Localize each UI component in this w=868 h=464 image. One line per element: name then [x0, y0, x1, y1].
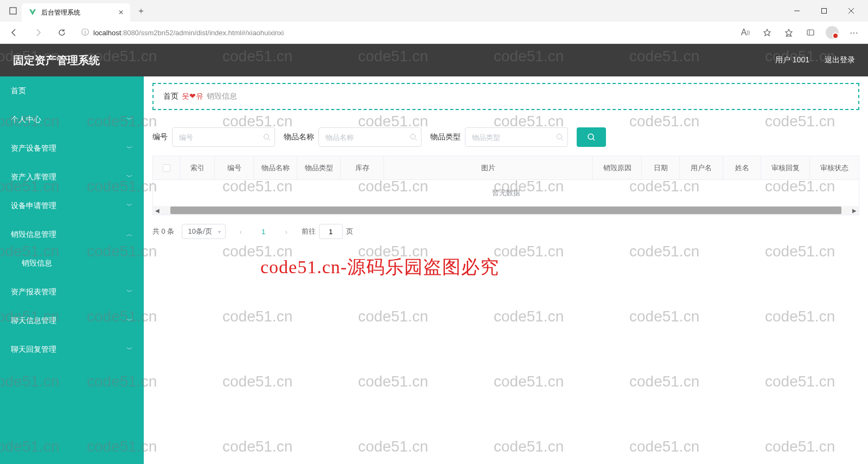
svg-point-12 [557, 134, 562, 139]
sidebar-item-4[interactable]: 设备申请管理﹀ [0, 191, 144, 220]
table-header-row: 索引 编号 物品名称 物品类型 库存 图片 销毁原因 日期 用户名 姓名 审核回… [153, 156, 859, 180]
scroll-right-icon[interactable]: ▶ [850, 208, 859, 214]
logout-link[interactable]: 退出登录 [825, 55, 855, 65]
sidebar-item-label: 聊天回复管理 [11, 345, 56, 355]
tab-title: 后台管理系统 [41, 8, 80, 17]
sidebar-item-1[interactable]: 个人中心﹀ [0, 105, 144, 134]
app-root: 固定资产管理系统 用户 1001 退出登录 首页个人中心﹀资产设备管理﹀资产入库… [0, 44, 868, 464]
chevron-down-icon: ﹀ [126, 201, 133, 210]
data-table: 索引 编号 物品名称 物品类型 库存 图片 销毁原因 日期 用户名 姓名 审核回… [152, 156, 859, 215]
svg-point-14 [588, 134, 593, 139]
svg-rect-6 [807, 30, 814, 35]
filter-name-label: 物品名称 [284, 132, 314, 142]
col-type: 物品类型 [297, 156, 341, 179]
url-input[interactable]: ⓘ localhost:8080/ssm2bn52/admin/dist/ind… [76, 24, 727, 41]
chevron-down-icon: ﹀ [126, 287, 133, 297]
pagination-total: 共 0 条 [152, 227, 174, 236]
sidebar-item-7[interactable]: 资产报表管理﹀ [0, 278, 144, 306]
browser-chrome: 后台管理系统 ✕ ＋ ⓘ localhost [0, 0, 868, 44]
sidebar-item-label: 设备申请管理 [11, 201, 56, 211]
col-audit-status: 审核状态 [810, 156, 859, 179]
svg-line-9 [269, 139, 270, 140]
page-prev-button[interactable]: ‹ [233, 224, 248, 239]
chevron-down-icon: ﹀ [126, 144, 133, 153]
app-title: 固定资产管理系统 [13, 53, 100, 68]
current-user-label[interactable]: 用户 1001 [775, 55, 809, 65]
page-number-current[interactable]: 1 [256, 224, 271, 239]
breadcrumb-current: 销毁信息 [207, 92, 237, 101]
nav-back-button[interactable] [4, 23, 24, 42]
sidebar-item-label: 聊天信息管理 [11, 316, 56, 326]
sidebar-item-6[interactable]: 销毁信息 [0, 249, 144, 278]
sidebar-item-label: 销毁信息 [22, 259, 52, 268]
app-header: 固定资产管理系统 用户 1001 退出登录 [0, 44, 868, 76]
breadcrumb-decoration: 웃❤유 [182, 92, 203, 101]
svg-line-13 [561, 139, 563, 140]
col-date: 日期 [642, 156, 680, 179]
svg-rect-0 [10, 8, 16, 14]
tab-list-button[interactable] [4, 2, 22, 20]
favorites-bar-icon[interactable] [779, 23, 799, 42]
filter-type-input[interactable] [465, 127, 568, 147]
svg-point-10 [411, 134, 416, 139]
address-bar: ⓘ localhost:8080/ssm2bn52/admin/dist/ind… [0, 22, 868, 43]
more-menu-icon[interactable]: ⋯ [844, 23, 864, 42]
scroll-left-icon[interactable]: ◀ [153, 208, 162, 214]
col-realname: 姓名 [723, 156, 761, 179]
sidebar-item-3[interactable]: 资产入库管理﹀ [0, 163, 144, 191]
vue-favicon-icon [28, 8, 37, 17]
page-jump-input[interactable] [319, 224, 343, 239]
sidebar-item-9[interactable]: 聊天回复管理﹀ [0, 335, 144, 364]
page-size-select[interactable]: 10条/页 [182, 224, 225, 239]
filter-code-label: 编号 [152, 132, 168, 142]
url-text: localhost:8080/ssm2bn52/admin/dist/index… [93, 29, 284, 37]
table-empty-text: 暂无数据 [153, 180, 859, 206]
sidebar-item-label: 首页 [11, 86, 26, 96]
breadcrumb-home[interactable]: 首页 [163, 92, 178, 101]
read-aloud-icon[interactable]: A)) [736, 23, 755, 42]
filter-code-input[interactable] [172, 127, 275, 147]
page-next-button[interactable]: › [279, 224, 294, 239]
main-content: 首页 웃❤유 销毁信息 编号 [144, 76, 868, 464]
table-horizontal-scrollbar[interactable]: ◀ ▶ [153, 206, 859, 215]
page-jump-prefix: 前往 [302, 227, 316, 236]
window-close-button[interactable] [839, 2, 864, 20]
col-code: 编号 [215, 156, 254, 179]
col-index: 索引 [180, 156, 215, 179]
filter-type-label: 物品类型 [430, 132, 461, 142]
sidebar-item-5[interactable]: 销毁信息管理︿ [0, 220, 144, 249]
nav-refresh-button[interactable] [52, 23, 72, 42]
browser-tab[interactable]: 后台管理系统 ✕ [22, 3, 130, 22]
sidebar-item-label: 销毁信息管理 [11, 230, 56, 240]
browser-tab-bar: 后台管理系统 ✕ ＋ [0, 0, 868, 22]
new-tab-button[interactable]: ＋ [133, 3, 149, 18]
sidebar-item-2[interactable]: 资产设备管理﹀ [0, 134, 144, 163]
sidebar-item-8[interactable]: 聊天信息管理﹀ [0, 306, 144, 335]
nav-forward-button[interactable] [28, 23, 48, 42]
page-jump-suffix: 页 [346, 227, 353, 236]
window-maximize-button[interactable] [812, 2, 837, 20]
svg-line-11 [415, 139, 417, 140]
sidebar-item-0[interactable]: 首页 [0, 76, 144, 105]
tab-close-icon[interactable]: ✕ [118, 9, 124, 16]
svg-rect-2 [822, 9, 827, 14]
col-name: 物品名称 [254, 156, 297, 179]
window-minimize-button[interactable] [784, 2, 809, 20]
col-reason: 销毁原因 [593, 156, 642, 179]
chevron-down-icon: ﹀ [126, 316, 133, 325]
chevron-up-icon: ︿ [126, 230, 133, 239]
search-button[interactable] [577, 127, 606, 147]
sidebar-item-label: 资产报表管理 [11, 287, 56, 297]
filter-name-input[interactable] [318, 127, 422, 147]
chevron-down-icon: ﹀ [126, 115, 133, 124]
col-image: 图片 [384, 156, 593, 179]
collections-icon[interactable] [801, 23, 820, 42]
profile-avatar[interactable] [822, 23, 842, 42]
table-select-all[interactable] [153, 156, 180, 179]
sidebar: 首页个人中心﹀资产设备管理﹀资产入库管理﹀设备申请管理﹀销毁信息管理︿销毁信息资… [0, 76, 144, 464]
search-filters: 编号 物品名称 [152, 119, 859, 156]
col-username: 用户名 [680, 156, 723, 179]
col-audit-reply: 审核回复 [761, 156, 810, 179]
favorites-icon[interactable] [757, 23, 777, 42]
search-suffix-icon [410, 133, 417, 141]
